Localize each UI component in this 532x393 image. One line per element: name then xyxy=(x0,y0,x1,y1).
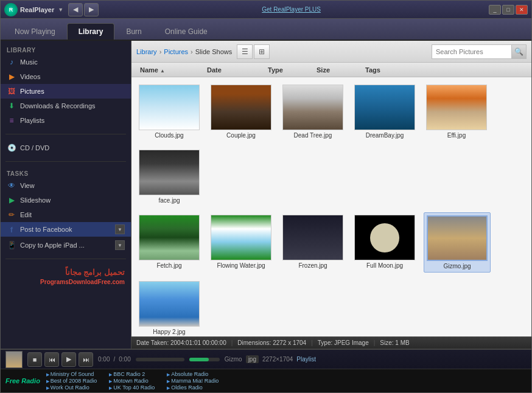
player-dimensions: 2272×1704 xyxy=(262,356,293,363)
titlebar: R RealPlayer ▼ ◀ ▶ Get RealPlayer PLUS _… xyxy=(1,1,531,19)
progress-area: 0:00 / 0:00 xyxy=(98,356,131,363)
gallery-item-full-moon[interactable]: Full Moon.jpg xyxy=(352,212,418,273)
content-area: Library ♪ Music ▶ Videos 🖼 Pictures ⬇ Do… xyxy=(1,41,531,349)
radio-link-oldies[interactable]: Oldies Radio xyxy=(167,384,219,391)
tab-now-playing[interactable]: Now Playing xyxy=(3,23,67,40)
sidebar-item-cd-dvd[interactable]: 💿 CD / DVD xyxy=(1,141,131,155)
radio-link-motown[interactable]: Motown Radio xyxy=(109,378,155,384)
col-header-type[interactable]: Type xyxy=(264,65,313,75)
player-title: Gizmo xyxy=(225,356,242,363)
task-copy-ipad[interactable]: 📱 Copy to Apple iPad ... ▼ xyxy=(1,238,131,252)
sidebar-item-music[interactable]: ♪ Music xyxy=(1,55,131,69)
facebook-icon: f xyxy=(7,224,16,234)
window-controls: _ □ ✕ xyxy=(489,5,528,15)
radio-col-2: BBC Radio 2 Motown Radio UK Top 40 Radio xyxy=(109,371,155,391)
videos-icon: ▶ xyxy=(7,72,16,82)
tab-library[interactable]: Library xyxy=(67,23,115,40)
task-edit[interactable]: ✏ Edit xyxy=(1,207,131,222)
radio-links: Ministry Of Sound Best of 2008 Radio Wor… xyxy=(46,371,219,391)
thumb-dreambay xyxy=(354,85,415,130)
label-dreambay: DreamBay.jpg xyxy=(366,132,404,139)
task-post-facebook[interactable]: f Post to Facebook ▼ xyxy=(1,222,131,237)
progress-bar[interactable] xyxy=(136,358,184,361)
breadcrumb-library[interactable]: Library xyxy=(136,48,157,55)
view-buttons: ☰ ⊞ xyxy=(237,44,270,59)
breadcrumb-pictures[interactable]: Pictures xyxy=(164,48,188,55)
tab-online-guide[interactable]: Online Guide xyxy=(153,23,219,40)
search-button[interactable]: 🔍 xyxy=(511,45,526,58)
col-header-tags[interactable]: Tags xyxy=(362,65,527,75)
radio-link-mamma-mia[interactable]: Mamma Mia! Radio xyxy=(167,378,219,384)
minimize-button[interactable]: _ xyxy=(489,5,501,15)
sidebar-item-playlists[interactable]: ≡ Playlists xyxy=(1,113,131,128)
gallery-item-dead-tree[interactable]: Dead Tree.jpg xyxy=(280,82,346,141)
status-size: Size: 1 MB xyxy=(380,339,409,346)
sidebar-item-videos[interactable]: ▶ Videos xyxy=(1,69,131,84)
copy-ipad-dropdown[interactable]: ▼ xyxy=(115,240,125,250)
close-button[interactable]: ✕ xyxy=(516,5,528,15)
col-header-size[interactable]: Size xyxy=(313,65,362,75)
main-toolbar: Library › Pictures › Slide Shows ☰ ⊞ 🔍 xyxy=(131,41,531,63)
gallery-item-happy2[interactable]: Happy 2.jpg xyxy=(136,279,202,336)
sidebar-item-downloads[interactable]: ⬇ Downloads & Recordings xyxy=(1,99,131,113)
label-gizmo: Gizmo.jpg xyxy=(443,263,471,270)
next-button[interactable]: ⏭ xyxy=(79,352,93,367)
radio-link-workout[interactable]: Work Out Radio xyxy=(46,384,97,391)
play-button[interactable]: ▶ xyxy=(61,352,76,367)
tab-burn[interactable]: Burn xyxy=(114,23,153,40)
tasks-label: TASKS xyxy=(1,168,131,178)
gallery-item-flowing[interactable]: Flowing Water.jpg xyxy=(208,212,274,273)
gallery-item-effi[interactable]: Effi.jpg xyxy=(424,82,489,141)
get-realplayer-link[interactable]: Get RealPlayer PLUS xyxy=(262,6,321,13)
task-slideshow[interactable]: ▶ Slideshow xyxy=(1,193,131,207)
gallery-item-dreambay[interactable]: DreamBay.jpg xyxy=(352,82,418,141)
gallery-item-frozen[interactable]: Frozen.jpg xyxy=(280,212,346,273)
slideshow-icon: ▶ xyxy=(7,195,16,205)
view-icon: 👁 xyxy=(7,181,16,190)
thumb-flowing xyxy=(211,215,271,260)
stop-button[interactable]: ■ xyxy=(27,352,42,367)
player-top: ■ ⏮ ▶ ⏭ 0:00 / 0:00 Gizmo jpg 2272×1704 … xyxy=(1,350,531,369)
time-total: 0:00 xyxy=(119,356,130,363)
label-face: face.jpg xyxy=(158,197,180,204)
radio-link-ministry[interactable]: Ministry Of Sound xyxy=(46,371,97,377)
radio-link-best2008[interactable]: Best of 2008 Radio xyxy=(46,378,97,384)
thumb-clouds xyxy=(139,85,200,130)
prev-button[interactable]: ⏮ xyxy=(44,352,59,367)
thumb-face xyxy=(139,150,200,195)
back-button[interactable]: ◀ xyxy=(68,3,83,16)
thumb-happy2 xyxy=(139,281,200,327)
gallery-item-clouds[interactable]: Clouds.jpg xyxy=(136,82,202,141)
task-view[interactable]: 👁 View xyxy=(1,178,131,193)
logo-dropdown-arrow[interactable]: ▼ xyxy=(58,7,63,13)
radio-link-uktop40[interactable]: UK Top 40 Radio xyxy=(109,384,155,391)
grid-view-button[interactable]: ⊞ xyxy=(254,44,270,59)
col-header-name[interactable]: Name ▲ xyxy=(136,65,203,75)
free-radio-label: Free Radio xyxy=(5,377,40,384)
search-input[interactable] xyxy=(432,47,511,57)
volume-fill xyxy=(189,358,209,361)
forward-button[interactable]: ▶ xyxy=(84,3,99,16)
gallery-scroll[interactable]: Clouds.jpg Couple.jpg Dead Tree.jpg Drea… xyxy=(131,77,531,336)
svg-point-0 xyxy=(370,223,399,252)
gallery-item-gizmo[interactable]: Gizmo.jpg xyxy=(424,212,491,273)
sidebar-item-pictures[interactable]: 🖼 Pictures xyxy=(1,84,131,99)
thumb-gizmo xyxy=(427,215,488,261)
player-thumb xyxy=(5,351,23,368)
tabbar: Now Playing Library Burn Online Guide xyxy=(1,19,531,41)
col-header-date[interactable]: Date xyxy=(203,65,264,75)
statusbar: Date Taken: 2004:01:01 00:00:00 | Dimens… xyxy=(131,336,531,349)
gallery-item-fetch[interactable]: Fetch.jpg xyxy=(136,212,202,273)
player-format: jpg xyxy=(246,355,259,363)
radio-link-absolute[interactable]: Absolute Radio xyxy=(167,371,219,377)
gallery-item-face[interactable]: face.jpg xyxy=(136,147,202,206)
radio-link-bbc2[interactable]: BBC Radio 2 xyxy=(109,371,155,377)
gallery-item-couple[interactable]: Couple.jpg xyxy=(208,82,274,141)
app-logo[interactable]: R RealPlayer ▼ xyxy=(4,3,63,16)
player-playlist-btn[interactable]: Playlist xyxy=(296,356,316,363)
volume-slider[interactable] xyxy=(189,358,220,361)
sidebar-item-pictures-label: Pictures xyxy=(20,88,44,95)
maximize-button[interactable]: □ xyxy=(502,5,514,15)
post-facebook-dropdown[interactable]: ▼ xyxy=(115,224,125,234)
list-view-button[interactable]: ☰ xyxy=(237,44,253,59)
